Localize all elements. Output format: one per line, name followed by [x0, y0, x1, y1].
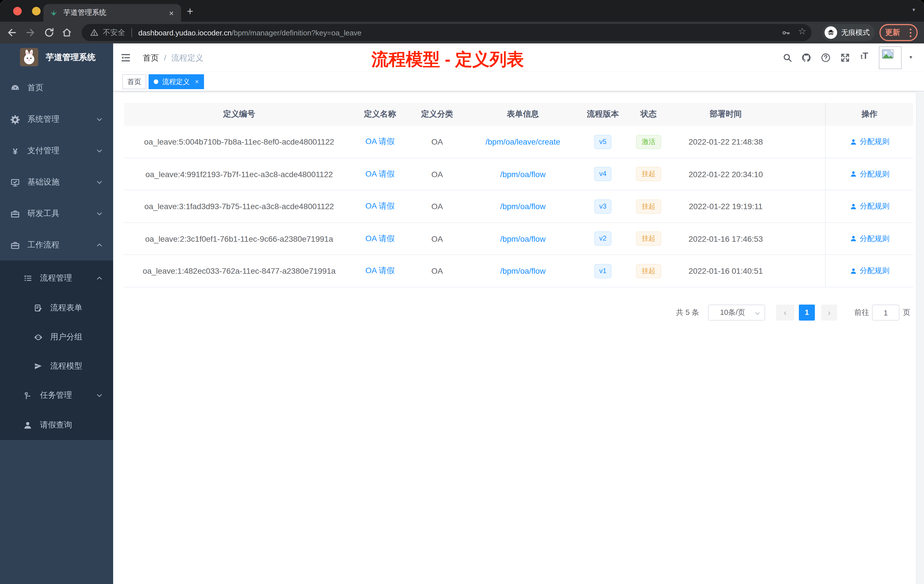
sidebar-item-leave-query[interactable]: 请假查询	[0, 410, 113, 440]
col-header-actions: 操作	[825, 103, 913, 126]
sidebar-item-system[interactable]: 系统管理	[0, 104, 113, 135]
chevron-up-icon	[96, 275, 103, 282]
definition-table: 定义编号 定义名称 定义分类 表单信息 流程版本 状态 部署时间 操作 oa_l…	[124, 103, 913, 287]
github-icon[interactable]	[801, 53, 812, 63]
prev-page-button[interactable]: ‹	[776, 305, 794, 320]
tab-close-icon[interactable]: ×	[167, 9, 175, 17]
user-icon	[850, 170, 857, 178]
tab-overflow-chevron-icon[interactable]: ▼	[911, 7, 916, 13]
col-header-name: 定义名称	[354, 103, 406, 126]
tag-home[interactable]: 首页	[122, 74, 146, 89]
avatar-broken-image[interactable]	[879, 46, 902, 69]
page-size-select[interactable]: 10条/页	[708, 305, 765, 320]
col-header-status: 状态	[629, 103, 668, 126]
bookmark-star-icon[interactable]: ☆	[798, 26, 806, 36]
tab-title: 芋道管理系统	[63, 8, 167, 18]
sidebar-item-user-group[interactable]: 用户分组	[0, 322, 113, 353]
cell-definition-id: oa_leave:2:3c1f0ef1-76b1-11ec-9c66-a2380…	[124, 223, 354, 254]
sidebar-item-workflow[interactable]: 工作流程	[0, 230, 113, 261]
tag-close-icon[interactable]: ×	[195, 75, 199, 89]
pagination-total: 共 5 条	[676, 305, 699, 320]
site-favicon-leaf-icon	[49, 8, 58, 17]
definition-name-link[interactable]: OA 请假	[365, 137, 395, 147]
browser-window: 芋道管理系统 × + ▼ 不安全 dashboard.yudao.iocoder…	[0, 0, 924, 584]
search-icon[interactable]	[782, 53, 792, 63]
assign-rule-button[interactable]: 分配规则	[850, 137, 889, 147]
forward-icon[interactable]	[25, 27, 36, 38]
sidebar-item-process-management[interactable]: 流程管理	[0, 263, 113, 294]
goto-page-input[interactable]	[872, 305, 899, 320]
sidebar-toggle-hamburger-icon[interactable]	[120, 52, 132, 63]
sidebar-item-infrastructure[interactable]: 基础设施	[0, 167, 113, 198]
gear-icon	[10, 115, 20, 124]
col-header-form: 表单信息	[469, 103, 577, 126]
tag-process-definition[interactable]: 流程定义 ×	[148, 74, 204, 89]
definition-name-link[interactable]: OA 请假	[365, 233, 395, 244]
sidebar-item-home[interactable]: 首页	[0, 73, 113, 104]
assign-rule-button[interactable]: 分配规则	[850, 201, 889, 211]
app-title: 芋道管理系统	[46, 43, 96, 71]
sidebar-item-task-management[interactable]: 任务管理	[0, 380, 113, 411]
annotation-overlay: 流程模型 - 定义列表	[371, 48, 524, 71]
tags-view-bar: 首页 流程定义 ×	[113, 72, 924, 91]
assign-rule-button[interactable]: 分配规则	[850, 169, 889, 179]
form-link[interactable]: /bpm/oa/flow	[500, 234, 546, 243]
browser-update-button[interactable]: 更新	[879, 24, 918, 41]
next-page-button[interactable]: ›	[821, 305, 837, 320]
chevron-down-icon	[96, 147, 103, 154]
col-header-category: 定义分类	[406, 103, 469, 126]
col-header-filler	[783, 103, 825, 126]
page-scrollbar[interactable]	[916, 91, 924, 584]
status-badge: 激活	[636, 135, 661, 149]
cell-deploy-time: 2022-01-16 01:40:51	[668, 255, 783, 287]
incognito-badge: 无痕模式	[822, 24, 875, 41]
definition-name-link[interactable]: OA 请假	[365, 201, 395, 211]
assign-rule-button[interactable]: 分配规则	[850, 233, 889, 244]
cell-definition-id: oa_leave:1:482ec033-762a-11ec-8477-a2380…	[124, 255, 354, 287]
traffic-light-close[interactable]	[13, 7, 22, 15]
browser-tab[interactable]: 芋道管理系统 ×	[43, 4, 181, 22]
url-bar[interactable]: 不安全 dashboard.yudao.iocoder.cn/bpm/manag…	[82, 24, 812, 41]
url-host: dashboard.yudao.iocoder.cn	[138, 28, 232, 37]
definition-name-link[interactable]: OA 请假	[365, 169, 395, 179]
form-link[interactable]: /bpm/oa/flow	[500, 170, 546, 178]
rabbit-logo-icon	[20, 48, 38, 66]
font-size-icon[interactable]: tT	[861, 51, 868, 61]
home-icon[interactable]	[61, 27, 73, 38]
form-link[interactable]: /bpm/oa/flow	[500, 202, 546, 211]
avatar-dropdown-caret-icon[interactable]: ▼	[909, 55, 913, 60]
password-key-icon[interactable]	[781, 28, 791, 38]
new-tab-button[interactable]: +	[187, 5, 193, 18]
url-path: /bpm/manager/definition?key=oa_leave	[232, 28, 362, 37]
back-icon[interactable]	[6, 27, 18, 38]
current-page-button[interactable]: 1	[799, 305, 815, 320]
cell-category: OA	[406, 190, 469, 222]
cell-deploy-time: 2022-01-16 17:46:53	[668, 223, 783, 254]
breadcrumb-home[interactable]: 首页	[143, 53, 159, 62]
status-badge: 挂起	[636, 199, 661, 213]
sidebar-logo[interactable]: 芋道管理系统	[0, 43, 113, 71]
help-question-icon[interactable]	[820, 53, 831, 63]
cell-category: OA	[406, 223, 469, 254]
cell-category: OA	[406, 158, 469, 190]
assign-rule-button[interactable]: 分配规则	[850, 266, 889, 276]
sidebar: 芋道管理系统 首页 系统管理 ¥ 支付管理	[0, 43, 113, 584]
chevron-down-icon	[96, 392, 103, 399]
fullscreen-icon[interactable]	[840, 53, 850, 63]
browser-menu-dots-icon[interactable]	[909, 28, 912, 38]
table-header-row: 定义编号 定义名称 定义分类 表单信息 流程版本 状态 部署时间 操作	[124, 103, 913, 126]
sidebar-item-dev-tools[interactable]: 研发工具	[0, 198, 113, 229]
form-link[interactable]: /bpm/oa/leave/create	[485, 137, 560, 146]
definition-name-link[interactable]: OA 请假	[365, 266, 395, 276]
sidebar-item-process-model[interactable]: 流程模型	[0, 351, 113, 382]
traffic-light-minimize[interactable]	[32, 7, 41, 15]
toolbox-icon	[10, 209, 20, 219]
cell-definition-id: oa_leave:4:991f2193-7b7f-11ec-a3c8-acde4…	[124, 158, 354, 190]
reload-icon[interactable]	[43, 27, 55, 38]
table-row: oa_leave:3:1fad3d93-7b75-11ec-a3c8-acde4…	[124, 190, 913, 223]
form-link[interactable]: /bpm/oa/flow	[500, 266, 546, 276]
table-row: oa_leave:4:991f2193-7b7f-11ec-a3c8-acde4…	[124, 158, 913, 190]
app-root: 芋道管理系统 首页 系统管理 ¥ 支付管理	[0, 43, 924, 584]
sidebar-item-process-form[interactable]: 流程表单	[0, 292, 113, 323]
sidebar-item-payment[interactable]: ¥ 支付管理	[0, 135, 113, 166]
